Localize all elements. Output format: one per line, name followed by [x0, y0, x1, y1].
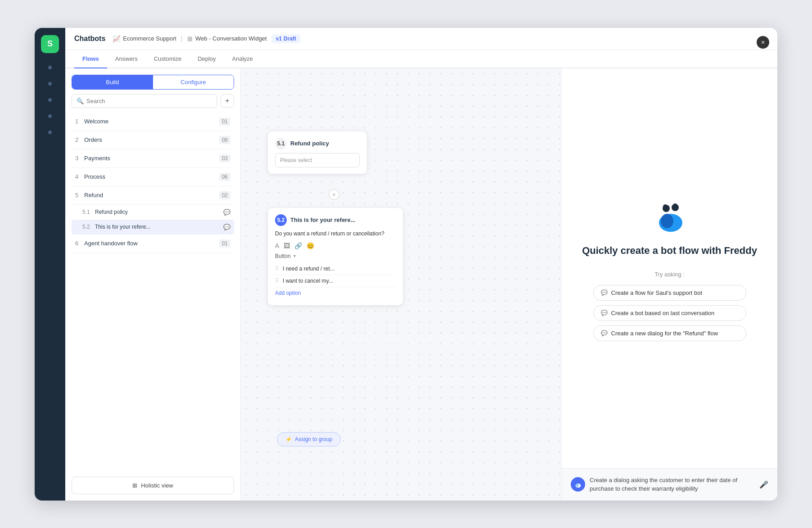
nav-dot-2 [48, 82, 52, 86]
node-51-title: Refund policy [290, 140, 329, 147]
tab-analyze[interactable]: Analyze [224, 50, 261, 68]
left-panel: Build Configure 🔍 + 1 Welcome 01 [65, 68, 241, 501]
nav-dot-1 [48, 66, 52, 69]
nav-dot-4 [48, 114, 52, 118]
option-row-1: ⠿ I need a refund / ret... [275, 263, 396, 275]
flow-subitem-refund-reference[interactable]: 5.2 This is for your refere... 💬 [72, 220, 234, 235]
node-52-header: 5.2 This is for your refere... [275, 214, 396, 226]
flow-list: 1 Welcome 01 2 Orders 08 3 Payments 03 [65, 113, 240, 470]
tab-deploy[interactable]: Deploy [189, 50, 224, 68]
search-row: 🔍 + [72, 94, 234, 108]
flow-item-agent-handover[interactable]: 6 Agent handover flow 01 [72, 235, 234, 253]
option-text-2: I want to cancel my... [283, 278, 333, 284]
drag-handle-1[interactable]: ⠿ [275, 266, 279, 272]
node-51-header: 5.1 Refund policy [275, 138, 360, 149]
add-flow-button[interactable]: + [221, 94, 234, 108]
main-body: Build Configure 🔍 + 1 Welcome 01 [65, 68, 777, 501]
freddy-title: Quickly create a bot flow with Freddy [582, 244, 757, 257]
mic-icon[interactable]: 🎤 [759, 480, 768, 489]
breadcrumb: 📈 Ecommerce Support | ⊞ Web - Conversati… [113, 34, 768, 43]
freddy-header: Quickly create a bot flow with Freddy Tr… [562, 68, 777, 468]
freddy-logo [652, 199, 688, 235]
option-text-1: I need a refund / ret... [283, 266, 334, 272]
text-format-icon[interactable]: A [275, 242, 279, 249]
sidebar-nav: S [35, 28, 65, 501]
close-button[interactable]: × [757, 36, 769, 49]
lightning-icon: ⚡ [285, 436, 292, 442]
main-window: S Chatbots 📈 Ecommerce Support | ⊞ Web -… [35, 28, 777, 501]
tab-flows[interactable]: Flows [74, 50, 107, 68]
chip-icon-2: 💬 [601, 310, 608, 316]
search-icon: 🔍 [77, 98, 84, 104]
flow-item-process[interactable]: 4 Process 06 [72, 168, 234, 186]
freddy-input-text[interactable]: Create a dialog asking the customer to e… [590, 476, 755, 493]
freddy-input-area: Create a dialog asking the customer to e… [562, 468, 777, 501]
image-icon[interactable]: 🖼 [284, 242, 290, 249]
flow-item-orders[interactable]: 2 Orders 08 [72, 131, 234, 149]
suggestion-chip-3[interactable]: 💬 Create a new dialog for the "Refund" f… [593, 325, 746, 341]
canvas-area: 5.1 Refund policy Please select + 5.2 Th… [241, 68, 561, 501]
link-icon[interactable]: 🔗 [294, 242, 302, 249]
node-52-badge: 5.2 [275, 214, 287, 226]
svg-point-3 [661, 214, 673, 228]
add-option-button[interactable]: Add option [275, 287, 396, 299]
suggestion-chip-2[interactable]: 💬 Create a bot based on last conversatio… [593, 305, 746, 321]
dialog-icon-2: 💬 [223, 224, 230, 230]
nav-dot-3 [48, 98, 52, 102]
tab-customize[interactable]: Customize [146, 50, 189, 68]
tab-answers[interactable]: Answers [107, 50, 146, 68]
node-51-badge: 5.1 [275, 138, 287, 149]
node-51: 5.1 Refund policy Please select [268, 131, 367, 174]
emoji-icon[interactable]: 😊 [307, 242, 314, 249]
content-area: Chatbots 📈 Ecommerce Support | ⊞ Web - C… [65, 28, 777, 501]
svg-point-7 [576, 483, 579, 487]
chevron-down-icon[interactable]: ▾ [293, 253, 296, 258]
freddy-avatar-icon [574, 480, 582, 488]
holistic-view-button[interactable]: ⊞ Holistic view [72, 477, 234, 494]
node-52-button-row: Button ▾ [275, 253, 396, 259]
search-input[interactable] [86, 98, 212, 104]
drag-handle-2[interactable]: ⠿ [275, 278, 279, 284]
draft-badge: v1 Draft [271, 34, 301, 43]
trending-icon: 📈 [113, 35, 120, 42]
node-52-title: This is for your refere... [290, 217, 356, 223]
flow-subitem-refund-policy[interactable]: 5.1 Refund policy 💬 [72, 205, 234, 220]
dialog-icon-1: 💬 [223, 209, 230, 216]
build-configure-toggle: Build Configure [72, 75, 234, 90]
try-asking-label: Try asking : [654, 271, 685, 278]
nav-logo[interactable]: S [41, 35, 59, 53]
holistic-icon: ⊞ [132, 482, 137, 489]
flow-item-welcome[interactable]: 1 Welcome 01 [72, 113, 234, 131]
search-input-wrap: 🔍 [72, 94, 217, 108]
svg-point-5 [673, 203, 677, 208]
node-52-toolbar: A 🖼 🔗 😊 [275, 242, 396, 249]
suggestion-chip-1[interactable]: 💬 Create a flow for Saul's support bot [593, 285, 746, 301]
nav-dot-5 [48, 131, 52, 134]
option-row-2: ⠿ I want to cancel my... [275, 275, 396, 287]
configure-button[interactable]: Configure [153, 75, 234, 89]
chip-icon-3: 💬 [601, 330, 608, 336]
assign-to-group-button[interactable]: ⚡ Assign to group [277, 432, 341, 447]
freddy-avatar [571, 477, 585, 492]
node-52-message: Do you want a refund / return or cancell… [275, 230, 396, 238]
plus-connector[interactable]: + [329, 189, 339, 200]
svg-point-4 [663, 204, 668, 209]
node-52: 5.2 This is for your refere... Do you wa… [268, 208, 403, 305]
build-button[interactable]: Build [72, 75, 153, 89]
node-51-select[interactable]: Please select [275, 153, 360, 167]
flow-item-payments[interactable]: 3 Payments 03 [72, 149, 234, 168]
chip-icon-1: 💬 [601, 289, 608, 296]
tabs: Flows Answers Customize Deploy Analyze [65, 50, 777, 68]
top-bar: Chatbots 📈 Ecommerce Support | ⊞ Web - C… [65, 28, 777, 50]
right-panel: Quickly create a bot flow with Freddy Tr… [561, 68, 777, 501]
flow-item-refund[interactable]: 5 Refund 02 [72, 186, 234, 205]
breadcrumb-ecommerce[interactable]: 📈 Ecommerce Support [113, 35, 176, 42]
widget-icon: ⊞ [187, 35, 193, 42]
breadcrumb-channel[interactable]: ⊞ Web - Conversation Widget [187, 35, 267, 42]
page-title: Chatbots [74, 35, 105, 43]
button-label: Button [275, 253, 291, 259]
